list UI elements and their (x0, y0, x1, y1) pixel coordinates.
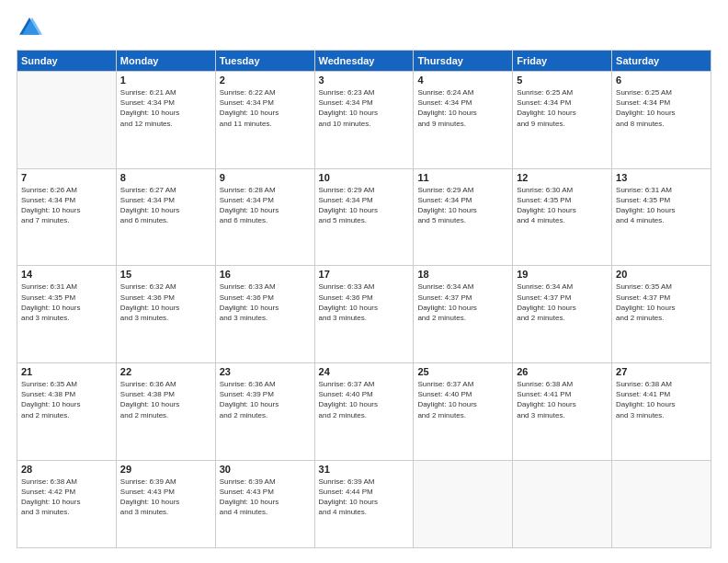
day-cell: 20Sunrise: 6:35 AM Sunset: 4:37 PM Dayli… (612, 266, 711, 363)
day-number: 20 (616, 269, 707, 280)
day-info: Sunrise: 6:25 AM Sunset: 4:34 PM Dayligh… (517, 87, 608, 129)
logo-icon (17, 15, 42, 40)
day-number: 16 (220, 269, 311, 280)
day-cell: 13Sunrise: 6:31 AM Sunset: 4:35 PM Dayli… (612, 168, 711, 266)
col-header-tuesday: Tuesday (215, 51, 314, 72)
week-row-4: 21Sunrise: 6:35 AM Sunset: 4:38 PM Dayli… (17, 363, 711, 461)
day-number: 10 (319, 172, 410, 183)
page: SundayMondayTuesdayWednesdayThursdayFrid… (0, 0, 728, 563)
day-number: 28 (21, 464, 112, 475)
day-number: 17 (319, 269, 410, 280)
week-row-3: 14Sunrise: 6:31 AM Sunset: 4:35 PM Dayli… (17, 266, 711, 363)
day-number: 7 (21, 172, 112, 183)
day-number: 11 (417, 172, 508, 183)
day-cell: 10Sunrise: 6:29 AM Sunset: 4:34 PM Dayli… (314, 168, 414, 266)
col-header-monday: Monday (116, 51, 215, 72)
day-cell (17, 72, 117, 169)
day-cell: 6Sunrise: 6:25 AM Sunset: 4:34 PM Daylig… (612, 72, 711, 169)
day-number: 25 (417, 366, 508, 377)
day-number: 23 (220, 366, 311, 377)
day-number: 14 (21, 269, 112, 280)
day-cell: 18Sunrise: 6:34 AM Sunset: 4:37 PM Dayli… (414, 266, 513, 363)
day-info: Sunrise: 6:34 AM Sunset: 4:37 PM Dayligh… (517, 282, 608, 323)
day-number: 6 (616, 75, 707, 86)
day-number: 5 (517, 75, 608, 86)
day-cell: 7Sunrise: 6:26 AM Sunset: 4:34 PM Daylig… (17, 168, 117, 266)
col-header-saturday: Saturday (612, 51, 711, 72)
day-info: Sunrise: 6:37 AM Sunset: 4:40 PM Dayligh… (319, 379, 410, 420)
day-cell: 24Sunrise: 6:37 AM Sunset: 4:40 PM Dayli… (314, 363, 414, 461)
day-info: Sunrise: 6:32 AM Sunset: 4:36 PM Dayligh… (120, 282, 211, 323)
day-cell: 28Sunrise: 6:38 AM Sunset: 4:42 PM Dayli… (17, 460, 117, 547)
day-number: 19 (517, 269, 608, 280)
day-cell: 8Sunrise: 6:27 AM Sunset: 4:34 PM Daylig… (116, 168, 215, 266)
day-info: Sunrise: 6:36 AM Sunset: 4:38 PM Dayligh… (120, 379, 211, 420)
day-cell: 14Sunrise: 6:31 AM Sunset: 4:35 PM Dayli… (17, 266, 117, 363)
day-number: 18 (417, 269, 508, 280)
day-info: Sunrise: 6:22 AM Sunset: 4:34 PM Dayligh… (220, 87, 311, 129)
day-cell: 12Sunrise: 6:30 AM Sunset: 4:35 PM Dayli… (513, 168, 612, 266)
day-info: Sunrise: 6:38 AM Sunset: 4:41 PM Dayligh… (616, 379, 707, 420)
day-number: 8 (120, 172, 211, 183)
day-cell: 9Sunrise: 6:28 AM Sunset: 4:34 PM Daylig… (215, 168, 314, 266)
day-info: Sunrise: 6:38 AM Sunset: 4:42 PM Dayligh… (21, 477, 112, 518)
day-cell (513, 460, 612, 547)
day-info: Sunrise: 6:28 AM Sunset: 4:34 PM Dayligh… (220, 185, 311, 226)
header (17, 15, 711, 40)
day-cell: 23Sunrise: 6:36 AM Sunset: 4:39 PM Dayli… (215, 363, 314, 461)
day-number: 12 (517, 172, 608, 183)
day-cell: 21Sunrise: 6:35 AM Sunset: 4:38 PM Dayli… (17, 363, 117, 461)
day-number: 2 (220, 75, 311, 86)
day-info: Sunrise: 6:39 AM Sunset: 4:44 PM Dayligh… (319, 477, 410, 518)
week-row-2: 7Sunrise: 6:26 AM Sunset: 4:34 PM Daylig… (17, 168, 711, 266)
day-info: Sunrise: 6:24 AM Sunset: 4:34 PM Dayligh… (417, 87, 508, 129)
day-info: Sunrise: 6:31 AM Sunset: 4:35 PM Dayligh… (616, 185, 707, 226)
day-cell: 29Sunrise: 6:39 AM Sunset: 4:43 PM Dayli… (116, 460, 215, 547)
col-header-sunday: Sunday (17, 51, 117, 72)
day-cell: 19Sunrise: 6:34 AM Sunset: 4:37 PM Dayli… (513, 266, 612, 363)
day-cell: 15Sunrise: 6:32 AM Sunset: 4:36 PM Dayli… (116, 266, 215, 363)
day-cell: 27Sunrise: 6:38 AM Sunset: 4:41 PM Dayli… (612, 363, 711, 461)
day-number: 15 (120, 269, 211, 280)
day-number: 21 (21, 366, 112, 377)
day-number: 27 (616, 366, 707, 377)
col-header-thursday: Thursday (414, 51, 513, 72)
day-cell: 3Sunrise: 6:23 AM Sunset: 4:34 PM Daylig… (314, 72, 414, 169)
day-number: 22 (120, 366, 211, 377)
day-info: Sunrise: 6:29 AM Sunset: 4:34 PM Dayligh… (319, 185, 410, 226)
day-cell: 25Sunrise: 6:37 AM Sunset: 4:40 PM Dayli… (414, 363, 513, 461)
day-cell: 5Sunrise: 6:25 AM Sunset: 4:34 PM Daylig… (513, 72, 612, 169)
day-cell: 1Sunrise: 6:21 AM Sunset: 4:34 PM Daylig… (116, 72, 215, 169)
day-number: 1 (120, 75, 211, 86)
day-info: Sunrise: 6:29 AM Sunset: 4:34 PM Dayligh… (417, 185, 508, 226)
day-cell: 30Sunrise: 6:39 AM Sunset: 4:43 PM Dayli… (215, 460, 314, 547)
day-cell: 31Sunrise: 6:39 AM Sunset: 4:44 PM Dayli… (314, 460, 414, 547)
week-row-1: 1Sunrise: 6:21 AM Sunset: 4:34 PM Daylig… (17, 72, 711, 169)
calendar: SundayMondayTuesdayWednesdayThursdayFrid… (17, 50, 711, 548)
col-header-wednesday: Wednesday (314, 51, 414, 72)
day-info: Sunrise: 6:38 AM Sunset: 4:41 PM Dayligh… (517, 379, 608, 420)
day-number: 24 (319, 366, 410, 377)
week-row-5: 28Sunrise: 6:38 AM Sunset: 4:42 PM Dayli… (17, 460, 711, 547)
day-cell: 11Sunrise: 6:29 AM Sunset: 4:34 PM Dayli… (414, 168, 513, 266)
day-info: Sunrise: 6:33 AM Sunset: 4:36 PM Dayligh… (319, 282, 410, 323)
day-number: 29 (120, 464, 211, 475)
day-info: Sunrise: 6:35 AM Sunset: 4:37 PM Dayligh… (616, 282, 707, 323)
day-number: 26 (517, 366, 608, 377)
day-info: Sunrise: 6:26 AM Sunset: 4:34 PM Dayligh… (21, 185, 112, 226)
day-number: 30 (220, 464, 311, 475)
day-info: Sunrise: 6:23 AM Sunset: 4:34 PM Dayligh… (319, 87, 410, 129)
day-cell: 22Sunrise: 6:36 AM Sunset: 4:38 PM Dayli… (116, 363, 215, 461)
day-cell (612, 460, 711, 547)
day-cell: 26Sunrise: 6:38 AM Sunset: 4:41 PM Dayli… (513, 363, 612, 461)
day-info: Sunrise: 6:30 AM Sunset: 4:35 PM Dayligh… (517, 185, 608, 226)
calendar-header-row: SundayMondayTuesdayWednesdayThursdayFrid… (17, 51, 711, 72)
day-info: Sunrise: 6:35 AM Sunset: 4:38 PM Dayligh… (21, 379, 112, 420)
day-info: Sunrise: 6:37 AM Sunset: 4:40 PM Dayligh… (417, 379, 508, 420)
day-info: Sunrise: 6:25 AM Sunset: 4:34 PM Dayligh… (616, 87, 707, 129)
day-cell: 16Sunrise: 6:33 AM Sunset: 4:36 PM Dayli… (215, 266, 314, 363)
day-info: Sunrise: 6:21 AM Sunset: 4:34 PM Dayligh… (120, 87, 211, 129)
logo (17, 15, 46, 40)
day-info: Sunrise: 6:39 AM Sunset: 4:43 PM Dayligh… (220, 477, 311, 518)
day-number: 4 (417, 75, 508, 86)
